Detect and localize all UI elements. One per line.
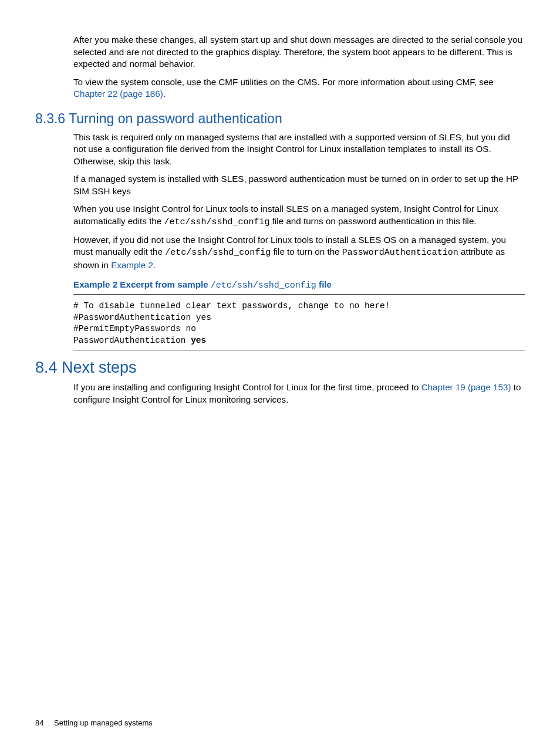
inline-code: PasswordAuthentication — [342, 248, 458, 258]
inline-code: /etc/ssh/sshd_config — [211, 281, 316, 291]
code-line: #PasswordAuthentication yes — [73, 313, 211, 322]
text-run: file — [316, 279, 332, 289]
paragraph: However, if you did not use the Insight … — [73, 234, 525, 271]
text-run: . — [163, 89, 166, 99]
section-heading-836: 8.3.6 Turning on password authentication — [35, 111, 525, 127]
paragraph: This task is required only on managed sy… — [73, 131, 525, 168]
cross-reference-link[interactable]: Chapter 22 (page 186) — [73, 89, 163, 99]
code-line: PasswordAuthentication — [73, 336, 191, 345]
code-line: #PermitEmptyPasswords no — [73, 324, 196, 333]
paragraph: If you are installing and configuring In… — [73, 382, 525, 406]
inline-code: /etc/ssh/sshd_config — [165, 248, 271, 258]
footer-title: Setting up managed systems — [54, 718, 153, 727]
section-heading-84: 8.4 Next steps — [35, 359, 525, 377]
inline-code: /etc/ssh/sshd_config — [164, 217, 270, 227]
text-run: file to turn on the — [271, 247, 342, 256]
text-run: . — [153, 260, 156, 270]
paragraph: If a managed system is installed with SL… — [73, 173, 525, 197]
text-run: Example 2 Excerpt from sample — [73, 279, 211, 289]
cross-reference-link[interactable]: Chapter 19 (page 153) — [421, 382, 511, 392]
paragraph: After you make these changes, all system… — [73, 34, 525, 70]
paragraph: To view the system console, use the CMF … — [73, 76, 525, 100]
page-content: After you make these changes, all system… — [0, 0, 560, 406]
text-run: If you are installing and configuring In… — [73, 382, 421, 392]
text-run: To view the system console, use the CMF … — [73, 77, 494, 87]
paragraph: When you use Insight Control for Linux t… — [73, 203, 525, 228]
cross-reference-link[interactable]: Example 2 — [111, 260, 153, 270]
code-block: # To disable tunneled clear text passwor… — [73, 298, 525, 350]
page-number: 84 — [35, 718, 43, 727]
code-line: # To disable tunneled clear text passwor… — [73, 301, 390, 310]
code-bold: yes — [191, 336, 206, 345]
text-run: file and turns on password authenticatio… — [270, 216, 477, 226]
example-title: Example 2 Excerpt from sample /etc/ssh/s… — [73, 279, 525, 295]
page-footer: 84 Setting up managed systems — [35, 718, 153, 727]
